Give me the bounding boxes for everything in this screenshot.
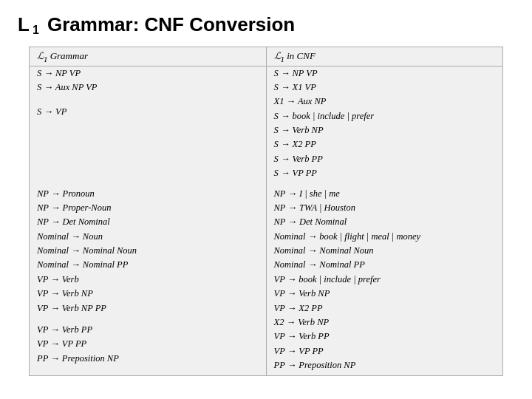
rule: S → NP VP: [274, 66, 496, 81]
table-row: VP → Verb VP → Verb NP VP → Verb NP PP V…: [30, 273, 502, 373]
rule: VP → Verb PP: [37, 323, 259, 337]
table-row: Nominal → Noun Nominal → Nominal Noun No…: [30, 230, 502, 273]
rule: S → VP PP: [274, 166, 496, 180]
rule: NP → Det Nominal: [37, 215, 259, 229]
rule: Nominal → Nominal PP: [37, 258, 259, 272]
rule: S → X1 VP: [274, 81, 496, 95]
rule: NP → TWA | Houston: [274, 201, 496, 215]
rule: S → Verb NP: [274, 123, 496, 137]
right-cell: Nominal → book | flight | meal | money N…: [266, 230, 502, 273]
left-cell: NP → Pronoun NP → Proper-Noun NP → Det N…: [30, 187, 266, 230]
grammar-table-container: ℒ1 Grammar ℒ1 in CNF S → NP VP S → Aux N…: [29, 47, 503, 376]
rule: S → VP: [37, 105, 259, 119]
col1-header: ℒ1 Grammar: [30, 47, 266, 66]
rule: Nominal → Nominal Noun: [37, 244, 259, 258]
col2-header: ℒ1 in CNF: [266, 47, 502, 66]
spacer-row: [30, 181, 502, 187]
rule: VP → book | include | prefer: [274, 273, 496, 287]
rule: NP → Det Nominal: [274, 215, 496, 229]
rule: VP → Verb NP PP: [37, 301, 259, 316]
rule: VP → VP PP: [274, 344, 496, 358]
title-l: L: [18, 13, 30, 36]
right-cell: S → NP VP S → X1 VP X1 → Aux NP S → book…: [266, 66, 502, 181]
rule: VP → VP PP: [37, 337, 259, 351]
table-row: NP → Pronoun NP → Proper-Noun NP → Det N…: [30, 187, 502, 230]
rule: S → Aux NP VP: [37, 81, 259, 95]
grammar-table: ℒ1 Grammar ℒ1 in CNF S → NP VP S → Aux N…: [30, 47, 502, 375]
left-cell: VP → Verb VP → Verb NP VP → Verb NP PP V…: [30, 273, 266, 373]
rule: VP → Verb: [37, 273, 259, 287]
rule: VP → Verb NP: [37, 287, 259, 301]
rule: VP → Verb PP: [274, 330, 496, 344]
page-title: L1 Grammar: CNF Conversion: [18, 13, 514, 36]
rule: S → Verb PP: [274, 152, 496, 166]
rule: X1 → Aux NP: [274, 95, 496, 109]
page: L1 Grammar: CNF Conversion ℒ1 Grammar ℒ1…: [0, 0, 532, 399]
rule: NP → I | she | me: [274, 187, 496, 201]
right-cell: NP → I | she | me NP → TWA | Houston NP …: [266, 187, 502, 230]
rule: PP → Preposition NP: [274, 358, 496, 372]
rule: X2 → Verb NP: [274, 316, 496, 330]
rule: PP → Preposition NP: [37, 352, 259, 366]
rule: NP → Pronoun: [37, 187, 259, 201]
rule: S → X2 PP: [274, 137, 496, 151]
title-subscript: 1: [33, 24, 39, 37]
rule: VP → X2 PP: [274, 301, 496, 316]
rule: VP → Verb NP: [274, 287, 496, 301]
rule: NP → Proper-Noun: [37, 201, 259, 215]
rule: S → NP VP: [37, 66, 259, 81]
right-cell: VP → book | include | prefer VP → Verb N…: [266, 273, 502, 373]
table-row-bottom-padding: [30, 372, 502, 375]
rule: Nominal → Noun: [37, 230, 259, 244]
rule: Nominal → Nominal PP: [274, 258, 496, 272]
title-text: Grammar: CNF Conversion: [42, 13, 295, 36]
table-row: S → NP VP S → Aux NP VP S → VP S → NP VP…: [30, 66, 502, 181]
rule: S → book | include | prefer: [274, 109, 496, 123]
left-cell: Nominal → Noun Nominal → Nominal Noun No…: [30, 230, 266, 273]
rule: Nominal → Nominal Noun: [274, 244, 496, 258]
rule: Nominal → book | flight | meal | money: [274, 230, 496, 244]
left-cell: S → NP VP S → Aux NP VP S → VP: [30, 66, 266, 181]
